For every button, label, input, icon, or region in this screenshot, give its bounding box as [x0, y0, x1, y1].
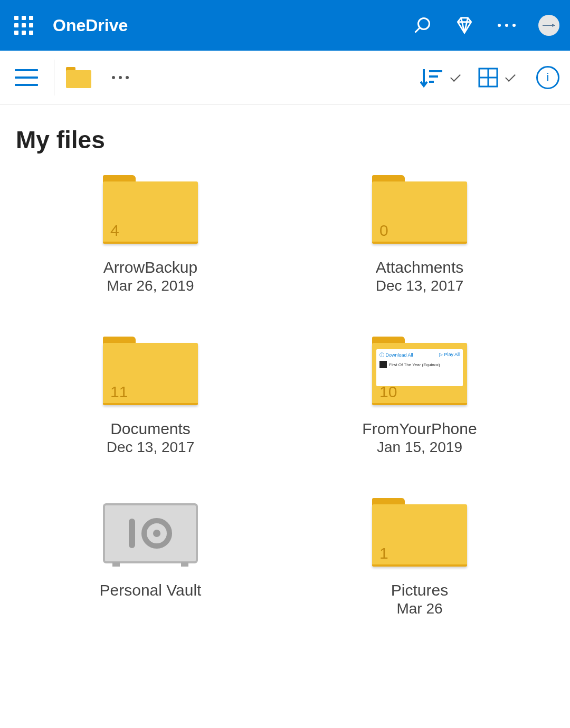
folder-count: 0	[379, 222, 388, 240]
folder-item-personal-vault[interactable]: Personal Vault	[16, 498, 285, 617]
svg-line-1	[415, 28, 420, 33]
more-icon	[112, 76, 129, 79]
folder-name: Personal Vault	[100, 581, 202, 599]
folder-count: 11	[110, 383, 128, 401]
folder-date: Mar 26	[396, 600, 442, 617]
search-icon	[413, 16, 432, 35]
folder-icon: 1	[372, 498, 467, 567]
folder-date: Mar 26, 2019	[107, 277, 194, 294]
folder-date: Dec 13, 2017	[376, 277, 464, 294]
chevron-down-icon	[450, 71, 461, 82]
app-launcher-button[interactable]	[11, 12, 37, 39]
folder-preview: ⓘ Download All ▷ Play All First Of The Y…	[376, 349, 463, 386]
more-button[interactable]	[488, 12, 525, 39]
divider	[54, 60, 54, 95]
folder-icon: 0	[372, 175, 467, 244]
diamond-icon	[454, 15, 474, 35]
folder-icon: ⓘ Download All ▷ Play All First Of The Y…	[372, 337, 467, 405]
folder-name: Attachments	[376, 258, 464, 276]
folder-item-attachments[interactable]: 0 Attachments Dec 13, 2017	[285, 175, 554, 294]
folder-date: Dec 13, 2017	[107, 439, 195, 456]
folder-item-arrowbackup[interactable]: 4 ArrowBackup Mar 26, 2019	[16, 175, 285, 294]
app-title: OneDrive	[53, 16, 128, 35]
folder-name: Documents	[110, 420, 191, 438]
toolbar-more-button[interactable]	[107, 64, 134, 91]
folder-name: Pictures	[391, 581, 448, 599]
folder-item-pictures[interactable]: 1 Pictures Mar 26	[285, 498, 554, 617]
chevron-down-icon	[505, 71, 516, 82]
app-header: OneDrive	[0, 0, 570, 51]
folder-count: 1	[379, 544, 388, 562]
page-title: My files	[0, 104, 570, 165]
vault-icon	[103, 503, 198, 567]
sort-icon	[420, 67, 443, 88]
waffle-icon	[14, 16, 33, 35]
new-folder-button[interactable]	[66, 67, 91, 88]
folder-icon: 4	[103, 175, 198, 244]
sort-button[interactable]	[414, 64, 467, 91]
grid-view-icon	[478, 68, 498, 88]
folder-name: ArrowBackup	[103, 258, 197, 276]
toolbar: i	[0, 51, 570, 104]
file-grid: 4 ArrowBackup Mar 26, 2019 0 Attachments…	[0, 165, 570, 628]
menu-button[interactable]	[11, 62, 42, 93]
view-button[interactable]	[472, 64, 521, 91]
svg-point-0	[419, 18, 430, 30]
hamburger-icon	[15, 69, 38, 71]
info-icon: i	[547, 71, 549, 84]
folder-item-fromyourphone[interactable]: ⓘ Download All ▷ Play All First Of The Y…	[285, 337, 554, 456]
folder-count: 4	[110, 222, 119, 240]
folder-item-documents[interactable]: 11 Documents Dec 13, 2017	[16, 337, 285, 456]
folder-count: 10	[379, 383, 397, 401]
folder-date: Jan 15, 2019	[377, 439, 462, 456]
folder-icon: 11	[103, 337, 198, 405]
search-button[interactable]	[404, 12, 441, 39]
account-avatar[interactable]	[538, 15, 559, 36]
premium-button[interactable]	[446, 12, 483, 39]
info-button[interactable]: i	[536, 66, 559, 89]
folder-name: FromYourPhone	[362, 420, 477, 438]
more-icon	[498, 24, 516, 27]
